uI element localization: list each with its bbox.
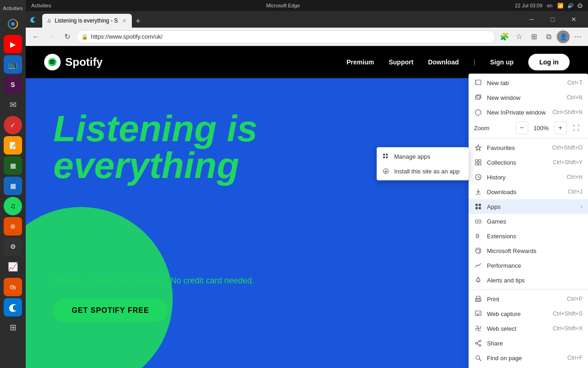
svg-point-23 — [479, 340, 481, 342]
url-box[interactable]: 🔒 https://www.spotify.com/uk/ — [76, 30, 495, 43]
system-topbar: Activities Microsoft Edge 22 Jul 03:09 e… — [26, 0, 588, 11]
language-label: en — [546, 3, 554, 8]
menu-extensions[interactable]: Extensions — [469, 229, 588, 243]
apps-submenu-install[interactable]: Install this site as an app — [377, 164, 469, 178]
menu-inprivate[interactable]: New InPrivate window Ctrl+Shift+N — [469, 105, 588, 120]
taskbar-spotify[interactable]: ♫ — [4, 197, 22, 215]
tab-favicon: ♫ — [47, 17, 51, 24]
menu-alerts[interactable]: Alerts and tips — [469, 273, 588, 288]
taskbar-mail[interactable]: ✉ — [4, 96, 22, 114]
taskbar-software[interactable]: 🛍 — [4, 278, 22, 296]
taskbar-youtube[interactable]: ▶ — [4, 35, 22, 53]
taskbar-tv[interactable]: 📺 — [4, 55, 22, 74]
taskbar-monitor[interactable]: 📈 — [4, 258, 22, 276]
profile-button[interactable]: 👤 — [557, 30, 570, 43]
menu-new-tab[interactable]: New tab Ctrl+T — [469, 75, 588, 90]
share-icon — [474, 339, 482, 347]
menu-web-select-shortcut: Ctrl+Shift+X — [553, 325, 582, 332]
menu-history[interactable]: History Ctrl+H — [469, 170, 588, 184]
menu-history-label: History — [487, 174, 562, 181]
forward-button[interactable]: → — [45, 30, 58, 43]
collections-menu-icon — [474, 158, 482, 167]
taskbar-orange[interactable]: ⊛ — [4, 217, 22, 236]
print-icon — [474, 295, 482, 303]
favourites-icon — [474, 144, 482, 152]
collections-icon[interactable]: ⊞ — [527, 30, 540, 43]
minimize-button[interactable]: ─ — [521, 11, 542, 28]
menu-share[interactable]: Share — [469, 336, 588, 351]
menu-favourites[interactable]: Favourites Ctrl+Shift+O — [469, 140, 588, 155]
nav-support[interactable]: Support — [389, 58, 413, 66]
new-tab-button[interactable]: + — [132, 15, 145, 28]
menu-downloads[interactable]: Downloads Ctrl+J — [469, 184, 588, 199]
more-button[interactable]: ··· — [571, 30, 584, 43]
toolbar-icons: 🧩 ☆ ⊞ ⧉ 👤 ··· — [498, 30, 584, 43]
get-spotify-free-button[interactable]: GET SPOTIFY FREE — [53, 299, 168, 322]
menu-print[interactable]: Print Ctrl+P — [469, 292, 588, 306]
taskbar-grid[interactable]: ⊞ — [4, 318, 22, 337]
browser-window: ♫ Listening is everything - S × + ─ □ ✕ … — [26, 11, 588, 368]
back-button[interactable]: ← — [29, 30, 42, 43]
menu-share-label: Share — [487, 340, 582, 347]
extensions-icon[interactable]: 🧩 — [498, 30, 511, 43]
taskbar-edge[interactable] — [4, 298, 22, 316]
taskbar-spreadsheet2[interactable]: ▦ — [4, 177, 22, 195]
nav-login[interactable]: Log in — [528, 54, 570, 70]
spotify-nav: Premium Support Download | Sign up Log i… — [346, 54, 570, 70]
menu-new-window[interactable]: New window Ctrl+N — [469, 90, 588, 105]
svg-rect-30 — [383, 154, 385, 155]
svg-point-18 — [475, 248, 481, 253]
menu-find-on-page[interactable]: Find on page Ctrl+F — [469, 351, 588, 365]
svg-rect-21 — [476, 300, 480, 301]
refresh-button[interactable]: ↻ — [61, 30, 74, 43]
web-capture-icon — [474, 310, 482, 318]
page-content: Spotify Premium Support Download | Sign … — [26, 46, 588, 368]
menu-more-tools[interactable]: More tools › — [469, 365, 588, 368]
datetime-label: 22 Jul 03:09 — [515, 3, 543, 8]
menu-web-select[interactable]: Web select Ctrl+Shift+X — [469, 321, 588, 336]
zoom-fullscreen-button[interactable]: ⛶ — [570, 121, 582, 134]
tab-close-btn[interactable]: × — [121, 16, 127, 25]
nav-premium[interactable]: Premium — [346, 58, 374, 66]
menu-games[interactable]: Games — [469, 214, 588, 229]
zoom-in-button[interactable]: + — [554, 121, 567, 134]
menu-rewards[interactable]: Microsoft Rewards — [469, 243, 588, 258]
activities-label[interactable]: Activities — [31, 3, 51, 8]
split-screen-icon[interactable]: ⧉ — [542, 30, 555, 43]
taskbar-notes[interactable]: 📝 — [4, 136, 22, 155]
zoom-out-button[interactable]: − — [515, 121, 528, 134]
address-bar: ← → ↻ 🔒 https://www.spotify.com/uk/ 🧩 ☆ … — [26, 28, 588, 46]
favorites-icon[interactable]: ☆ — [513, 30, 526, 43]
menu-apps[interactable]: Apps › — [469, 199, 588, 214]
taskbar-slack[interactable]: S — [4, 75, 22, 94]
menu-web-capture[interactable]: Web capture Ctrl+Shift+S — [469, 306, 588, 321]
svg-rect-12 — [475, 204, 478, 206]
maximize-button[interactable]: □ — [542, 11, 563, 28]
svg-rect-32 — [383, 156, 385, 158]
svg-point-1 — [11, 22, 15, 26]
menu-print-label: Print — [487, 296, 562, 303]
svg-rect-33 — [386, 156, 388, 158]
zoom-label: Zoom — [474, 125, 513, 132]
taskbar-budgie[interactable]: ✓ — [4, 116, 22, 134]
apps-submenu-manage[interactable]: Manage apps — [377, 149, 469, 164]
close-button[interactable]: ✕ — [563, 11, 584, 28]
url-text: https://www.spotify.com/uk/ — [91, 33, 490, 40]
manage-apps-label: Manage apps — [394, 153, 430, 160]
svg-rect-10 — [479, 163, 481, 165]
menu-find-shortcut: Ctrl+F — [567, 355, 582, 361]
svg-rect-4 — [475, 80, 481, 85]
menu-performance[interactable]: Performance — [469, 258, 588, 273]
taskbar-spreadsheet1[interactable]: ▦ — [4, 156, 22, 175]
taskbar-chrome[interactable] — [4, 15, 22, 33]
power-icon: ⏻ — [577, 3, 582, 8]
taskbar-activities[interactable]: Activities — [4, 4, 22, 13]
nav-signup[interactable]: Sign up — [490, 58, 514, 66]
taskbar: Activities ▶ 📺 S ✉ ✓ 📝 ▦ ▦ ♫ ⊛ ⚙ 📈 🛍 — [0, 0, 26, 368]
browser-tab-active[interactable]: ♫ Listening is everything - S × — [42, 14, 132, 28]
menu-collections[interactable]: Collections Ctrl+Shift+Y — [469, 155, 588, 170]
taskbar-git[interactable]: ⚙ — [4, 237, 22, 256]
nav-download[interactable]: Download — [428, 58, 459, 66]
topbar-right: 22 Jul 03:09 en 📶 🔊 ⏻ — [515, 3, 582, 9]
menu-new-window-label: New window — [487, 94, 562, 101]
